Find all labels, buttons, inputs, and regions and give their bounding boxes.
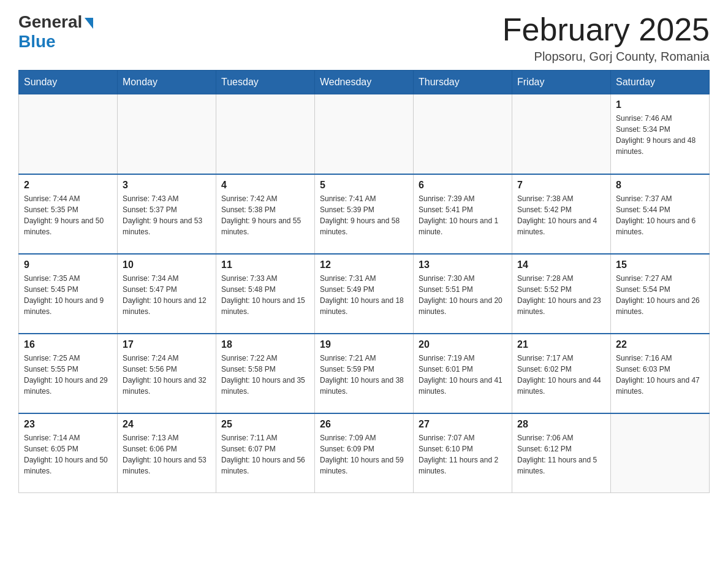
calendar-cell: 13Sunrise: 7:30 AMSunset: 5:51 PMDayligh… bbox=[414, 254, 512, 334]
location-subtitle: Plopsoru, Gorj County, Romania bbox=[502, 50, 710, 64]
calendar-cell: 14Sunrise: 7:28 AMSunset: 5:52 PMDayligh… bbox=[512, 254, 611, 334]
day-number: 25 bbox=[221, 419, 309, 430]
weekday-header-tuesday: Tuesday bbox=[216, 71, 315, 94]
day-info: Sunrise: 7:13 AMSunset: 6:06 PMDaylight:… bbox=[123, 432, 211, 477]
calendar-cell: 6Sunrise: 7:39 AMSunset: 5:41 PMDaylight… bbox=[414, 174, 512, 254]
day-info: Sunrise: 7:19 AMSunset: 6:01 PMDaylight:… bbox=[419, 353, 507, 397]
day-number: 20 bbox=[419, 339, 507, 350]
calendar-cell: 9Sunrise: 7:35 AMSunset: 5:45 PMDaylight… bbox=[19, 254, 118, 334]
day-info: Sunrise: 7:35 AMSunset: 5:45 PMDaylight:… bbox=[24, 273, 112, 317]
day-info: Sunrise: 7:38 AMSunset: 5:42 PMDaylight:… bbox=[517, 193, 605, 237]
weekday-header-friday: Friday bbox=[512, 71, 611, 94]
title-block: February 2025 Plopsoru, Gorj County, Rom… bbox=[502, 12, 710, 64]
day-number: 19 bbox=[320, 339, 408, 350]
day-info: Sunrise: 7:22 AMSunset: 5:58 PMDaylight:… bbox=[221, 353, 309, 397]
logo: General Blue bbox=[18, 12, 93, 52]
calendar-cell: 22Sunrise: 7:16 AMSunset: 6:03 PMDayligh… bbox=[611, 334, 710, 413]
day-info: Sunrise: 7:17 AMSunset: 6:02 PMDaylight:… bbox=[517, 353, 605, 397]
day-info: Sunrise: 7:28 AMSunset: 5:52 PMDaylight:… bbox=[517, 273, 605, 317]
day-info: Sunrise: 7:25 AMSunset: 5:55 PMDaylight:… bbox=[24, 353, 112, 397]
calendar-cell: 10Sunrise: 7:34 AMSunset: 5:47 PMDayligh… bbox=[118, 254, 216, 334]
calendar-cell: 12Sunrise: 7:31 AMSunset: 5:49 PMDayligh… bbox=[315, 254, 414, 334]
calendar-cell: 1Sunrise: 7:46 AMSunset: 5:34 PMDaylight… bbox=[611, 94, 710, 174]
calendar-week-row: 16Sunrise: 7:25 AMSunset: 5:55 PMDayligh… bbox=[19, 334, 710, 413]
day-number: 9 bbox=[24, 259, 112, 270]
calendar-table: SundayMondayTuesdayWednesdayThursdayFrid… bbox=[18, 70, 710, 493]
day-info: Sunrise: 7:34 AMSunset: 5:47 PMDaylight:… bbox=[123, 273, 211, 317]
calendar-cell: 18Sunrise: 7:22 AMSunset: 5:58 PMDayligh… bbox=[216, 334, 315, 413]
day-number: 11 bbox=[221, 259, 309, 270]
day-info: Sunrise: 7:42 AMSunset: 5:38 PMDaylight:… bbox=[221, 193, 309, 237]
day-number: 24 bbox=[123, 419, 211, 430]
calendar-week-row: 23Sunrise: 7:14 AMSunset: 6:05 PMDayligh… bbox=[19, 413, 710, 493]
calendar-cell: 20Sunrise: 7:19 AMSunset: 6:01 PMDayligh… bbox=[414, 334, 512, 413]
day-info: Sunrise: 7:33 AMSunset: 5:48 PMDaylight:… bbox=[221, 273, 309, 317]
calendar-cell: 27Sunrise: 7:07 AMSunset: 6:10 PMDayligh… bbox=[414, 413, 512, 493]
day-number: 18 bbox=[221, 339, 309, 350]
day-number: 4 bbox=[221, 180, 309, 191]
day-info: Sunrise: 7:46 AMSunset: 5:34 PMDaylight:… bbox=[616, 113, 704, 157]
day-info: Sunrise: 7:21 AMSunset: 5:59 PMDaylight:… bbox=[320, 353, 408, 397]
calendar-cell bbox=[512, 94, 611, 174]
day-number: 27 bbox=[419, 419, 507, 430]
calendar-cell bbox=[19, 94, 118, 174]
calendar-cell: 5Sunrise: 7:41 AMSunset: 5:39 PMDaylight… bbox=[315, 174, 414, 254]
calendar-cell: 23Sunrise: 7:14 AMSunset: 6:05 PMDayligh… bbox=[19, 413, 118, 493]
calendar-cell bbox=[315, 94, 414, 174]
day-number: 15 bbox=[616, 259, 704, 270]
calendar-cell: 11Sunrise: 7:33 AMSunset: 5:48 PMDayligh… bbox=[216, 254, 315, 334]
day-number: 3 bbox=[123, 180, 211, 191]
day-info: Sunrise: 7:07 AMSunset: 6:10 PMDaylight:… bbox=[419, 432, 507, 477]
weekday-header-sunday: Sunday bbox=[19, 71, 118, 94]
calendar-cell bbox=[118, 94, 216, 174]
day-number: 12 bbox=[320, 259, 408, 270]
day-info: Sunrise: 7:37 AMSunset: 5:44 PMDaylight:… bbox=[616, 193, 704, 237]
day-number: 2 bbox=[24, 180, 112, 191]
day-info: Sunrise: 7:43 AMSunset: 5:37 PMDaylight:… bbox=[123, 193, 211, 237]
calendar-cell: 7Sunrise: 7:38 AMSunset: 5:42 PMDaylight… bbox=[512, 174, 611, 254]
day-info: Sunrise: 7:24 AMSunset: 5:56 PMDaylight:… bbox=[123, 353, 211, 397]
day-info: Sunrise: 7:06 AMSunset: 6:12 PMDaylight:… bbox=[517, 432, 605, 477]
day-number: 14 bbox=[517, 259, 605, 270]
calendar-week-row: 2Sunrise: 7:44 AMSunset: 5:35 PMDaylight… bbox=[19, 174, 710, 254]
day-number: 21 bbox=[517, 339, 605, 350]
calendar-cell bbox=[414, 94, 512, 174]
calendar-cell: 28Sunrise: 7:06 AMSunset: 6:12 PMDayligh… bbox=[512, 413, 611, 493]
calendar-cell: 17Sunrise: 7:24 AMSunset: 5:56 PMDayligh… bbox=[118, 334, 216, 413]
calendar-cell: 3Sunrise: 7:43 AMSunset: 5:37 PMDaylight… bbox=[118, 174, 216, 254]
calendar-cell: 25Sunrise: 7:11 AMSunset: 6:07 PMDayligh… bbox=[216, 413, 315, 493]
calendar-cell bbox=[611, 413, 710, 493]
weekday-header-row: SundayMondayTuesdayWednesdayThursdayFrid… bbox=[19, 71, 710, 94]
day-number: 13 bbox=[419, 259, 507, 270]
weekday-header-wednesday: Wednesday bbox=[315, 71, 414, 94]
page-header: General Blue February 2025 Plopsoru, Gor… bbox=[18, 12, 710, 64]
day-info: Sunrise: 7:39 AMSunset: 5:41 PMDaylight:… bbox=[419, 193, 507, 237]
day-info: Sunrise: 7:31 AMSunset: 5:49 PMDaylight:… bbox=[320, 273, 408, 317]
calendar-cell: 21Sunrise: 7:17 AMSunset: 6:02 PMDayligh… bbox=[512, 334, 611, 413]
day-info: Sunrise: 7:41 AMSunset: 5:39 PMDaylight:… bbox=[320, 193, 408, 237]
weekday-header-thursday: Thursday bbox=[414, 71, 512, 94]
calendar-cell: 4Sunrise: 7:42 AMSunset: 5:38 PMDaylight… bbox=[216, 174, 315, 254]
day-number: 5 bbox=[320, 180, 408, 191]
day-number: 23 bbox=[24, 419, 112, 430]
day-number: 6 bbox=[419, 180, 507, 191]
day-info: Sunrise: 7:44 AMSunset: 5:35 PMDaylight:… bbox=[24, 193, 112, 237]
day-info: Sunrise: 7:11 AMSunset: 6:07 PMDaylight:… bbox=[221, 432, 309, 477]
logo-arrow-icon bbox=[85, 18, 93, 29]
day-number: 28 bbox=[517, 419, 605, 430]
calendar-cell: 8Sunrise: 7:37 AMSunset: 5:44 PMDaylight… bbox=[611, 174, 710, 254]
month-title: February 2025 bbox=[502, 12, 710, 47]
day-number: 7 bbox=[517, 180, 605, 191]
weekday-header-monday: Monday bbox=[118, 71, 216, 94]
weekday-header-saturday: Saturday bbox=[611, 71, 710, 94]
day-info: Sunrise: 7:27 AMSunset: 5:54 PMDaylight:… bbox=[616, 273, 704, 317]
logo-blue-text: Blue bbox=[18, 32, 56, 52]
calendar-cell: 19Sunrise: 7:21 AMSunset: 5:59 PMDayligh… bbox=[315, 334, 414, 413]
day-number: 8 bbox=[616, 180, 704, 191]
calendar-cell: 24Sunrise: 7:13 AMSunset: 6:06 PMDayligh… bbox=[118, 413, 216, 493]
calendar-week-row: 9Sunrise: 7:35 AMSunset: 5:45 PMDaylight… bbox=[19, 254, 710, 334]
day-number: 16 bbox=[24, 339, 112, 350]
day-number: 1 bbox=[616, 99, 704, 110]
day-info: Sunrise: 7:09 AMSunset: 6:09 PMDaylight:… bbox=[320, 432, 408, 477]
calendar-cell bbox=[216, 94, 315, 174]
